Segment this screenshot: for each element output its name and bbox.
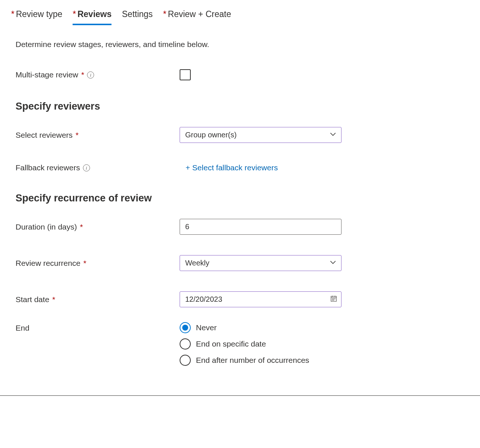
review-recurrence-dropdown[interactable]: Weekly (180, 255, 341, 271)
required-asterisk: * (163, 9, 166, 19)
start-date-label: Start date * (16, 295, 180, 304)
page-description: Determine review stages, reviewers, and … (0, 40, 480, 49)
required-asterisk: * (73, 9, 76, 19)
duration-input[interactable] (180, 219, 341, 235)
select-reviewers-dropdown[interactable]: Group owner(s) (180, 127, 341, 143)
section-specify-reviewers: Specify reviewers (0, 101, 480, 112)
end-option-occurrences[interactable]: End after number of occurrences (180, 355, 309, 366)
tab-label: Settings (122, 9, 153, 19)
end-option-specific-date[interactable]: End on specific date (180, 338, 309, 350)
required-asterisk: * (80, 223, 83, 231)
fallback-reviewers-label: Fallback reviewers i (16, 163, 180, 172)
duration-label: Duration (in days) * (16, 223, 180, 231)
start-date-input[interactable]: 12/20/2023 (180, 291, 341, 307)
select-reviewers-label: Select reviewers * (16, 131, 180, 140)
select-fallback-reviewers-button[interactable]: + Select fallback reviewers (186, 163, 278, 172)
radio-icon (180, 322, 191, 333)
radio-icon (180, 338, 191, 350)
radio-icon (180, 355, 191, 366)
multi-stage-checkbox[interactable] (180, 69, 191, 80)
tab-review-create[interactable]: * Review + Create (163, 9, 231, 25)
review-recurrence-label: Review recurrence * (16, 259, 180, 268)
multi-stage-label: Multi-stage review * i (16, 70, 180, 79)
end-radio-group: Never End on specific date End after num… (180, 322, 309, 366)
tab-label: Reviews (77, 9, 111, 19)
required-asterisk: * (52, 295, 55, 304)
tab-review-type[interactable]: * Review type (11, 9, 62, 25)
tab-settings[interactable]: Settings (122, 9, 153, 25)
end-option-never[interactable]: Never (180, 322, 309, 333)
tab-label: Review type (16, 9, 62, 19)
section-specify-recurrence: Specify recurrence of review (0, 193, 480, 204)
info-icon[interactable]: i (83, 164, 90, 171)
tabs-bar: * Review type * Reviews Settings * Revie… (0, 9, 480, 25)
tab-reviews[interactable]: * Reviews (73, 9, 111, 25)
required-asterisk: * (81, 70, 84, 79)
required-asterisk: * (83, 259, 86, 268)
required-asterisk: * (11, 9, 14, 19)
required-asterisk: * (76, 131, 79, 140)
end-label: End (16, 322, 180, 332)
tab-label: Review + Create (168, 9, 231, 19)
info-icon[interactable]: i (87, 71, 94, 78)
